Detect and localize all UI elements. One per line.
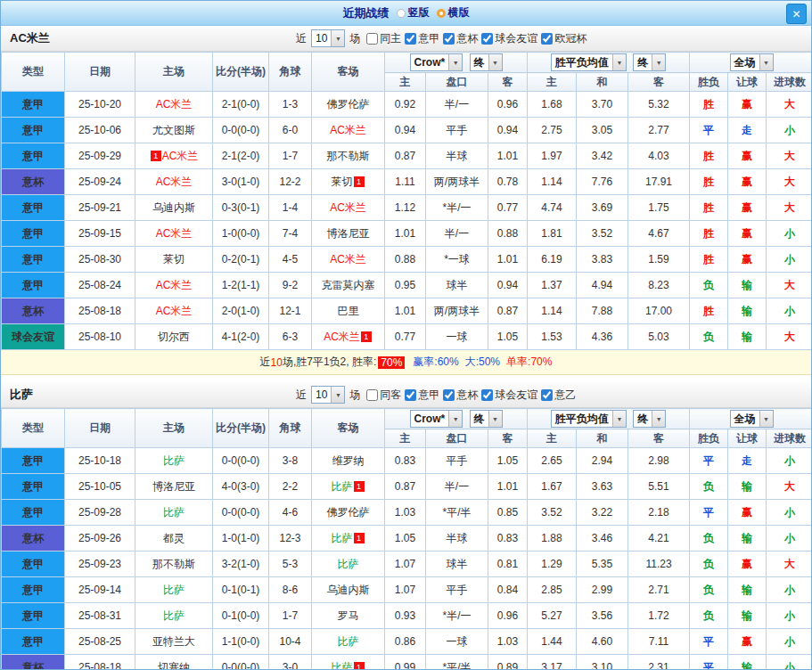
match-row: 意杯25-09-24AC米兰3-0(1-0)12-2莱切11.11两/两球半0.… [2, 169, 812, 195]
league-filter-serie-b[interactable]: 意乙 [541, 388, 576, 403]
avg-stage-value: 终 [634, 54, 652, 70]
league-filter-club-friendly[interactable]: 球会友谊 [481, 388, 537, 403]
close-button[interactable]: ✕ [786, 4, 807, 24]
radio-vertical-layout[interactable]: 竖版 [397, 5, 430, 20]
europe-draw-cell: 7.76 [577, 169, 628, 195]
league-filter-coppa-italia[interactable]: 意杯 [443, 388, 478, 403]
red-card-badge: 1 [354, 481, 365, 492]
league-filter-input[interactable] [541, 33, 553, 45]
record-summary: 近 10 场,胜7平1负2, 胜率: 70% 赢率:60% 大:50% 单率:7… [1, 350, 811, 375]
league-filter-serie-a[interactable]: 意甲 [405, 388, 439, 403]
odds-source-value: Crow* [411, 411, 449, 427]
team-name: 罗马 [338, 609, 359, 622]
team-name: 比萨 [338, 558, 359, 570]
league-filter-champions-league[interactable]: 欧冠杯 [541, 31, 586, 46]
team-name: AC米兰 [330, 201, 366, 214]
league-type-cell: 意甲 [2, 577, 65, 603]
big-rate: 大:50% [465, 355, 500, 370]
team-name: 乌迪内斯 [152, 201, 195, 214]
date-cell: 25-09-21 [65, 195, 135, 221]
same-home-checkbox[interactable]: 同主 [366, 31, 401, 46]
league-filter-club-friendly[interactable]: 球会友谊 [481, 31, 537, 46]
team-name: 比萨 [332, 480, 353, 493]
team-name: 那不勒斯 [327, 150, 370, 162]
col-header-type: 类型 [2, 409, 65, 448]
same-away-checkbox-input[interactable] [366, 389, 378, 401]
goals-result-cell: 大 [767, 143, 812, 169]
league-filter-input[interactable] [541, 389, 553, 401]
dropdown-arrow-icon: ▼ [488, 411, 502, 427]
odds-source-dropdown[interactable]: Crow* ▼ [410, 410, 463, 428]
wdl-cell: 胜 [690, 247, 728, 273]
asian-away-cell: 1.01 [488, 247, 528, 273]
away-team-cell: 博洛尼亚 [312, 221, 385, 247]
match-count-dropdown[interactable]: 10 ▼ [311, 386, 345, 404]
asian-home-cell: 1.12 [385, 195, 426, 221]
asian-away-cell: 0.96 [488, 603, 528, 629]
home-team-cell: AC米兰 [135, 92, 213, 118]
league-filter-serie-a[interactable]: 意甲 [405, 31, 439, 46]
europe-away-cell: 17.91 [628, 169, 690, 195]
europe-home-cell: 1.97 [528, 143, 577, 169]
team-name: 巴里 [338, 305, 359, 317]
asian-away-cell: 0.96 [488, 92, 528, 118]
asian-handicap-cell: *半/一 [426, 603, 488, 629]
match-row: 意甲25-09-23那不勒斯3-2(1-0)5-3比萨1.07球半0.811.2… [2, 552, 812, 577]
team-name: 切尔西 [158, 331, 190, 343]
scope-dropdown[interactable]: 全场 ▼ [730, 410, 774, 428]
corner-cell: 1-4 [269, 195, 312, 221]
corner-cell: 3-0 [269, 655, 312, 670]
date-cell: 25-10-06 [65, 118, 135, 143]
europe-home-cell: 1.29 [528, 552, 577, 577]
avg-stage-dropdown[interactable]: 终 ▼ [633, 53, 666, 71]
avg-odds-dropdown[interactable]: 胜平负均值 ▼ [551, 410, 627, 428]
europe-away-cell: 5.03 [628, 324, 690, 350]
league-type-cell: 意甲 [2, 273, 65, 298]
europe-draw-cell: 3.69 [577, 195, 628, 221]
league-filter-input[interactable] [481, 389, 493, 401]
date-cell: 25-09-24 [65, 169, 135, 195]
sub-header-handicap-result: 让球 [728, 429, 767, 448]
checkbox-label: 欧冠杯 [554, 31, 586, 46]
radio-horizontal-layout[interactable]: 横版 [437, 5, 470, 20]
europe-odds-group-header: 胜平负均值 ▼ 终 ▼ [528, 409, 690, 429]
away-team-cell: 比萨1 [312, 474, 385, 500]
home-team-cell: AC米兰 [135, 298, 213, 324]
league-filter-input[interactable] [405, 389, 416, 401]
odds-source-dropdown[interactable]: Crow* ▼ [410, 53, 463, 71]
league-type-cell: 意甲 [2, 221, 65, 247]
corner-cell: 8-6 [269, 577, 312, 603]
europe-draw-cell: 3.56 [577, 603, 628, 629]
goals-result-cell: 小 [767, 448, 812, 474]
away-team-cell: 莱切1 [312, 169, 385, 195]
asian-handicap-cell: 半球 [426, 143, 488, 169]
league-filter-input[interactable] [481, 33, 493, 45]
league-filter-input[interactable] [443, 33, 455, 45]
corner-cell: 4-6 [269, 500, 312, 526]
avg-odds-dropdown[interactable]: 胜平负均值 ▼ [551, 53, 627, 71]
radio-selected-icon [437, 9, 446, 18]
europe-draw-cell: 3.52 [577, 221, 628, 247]
europe-away-cell: 2.71 [628, 577, 690, 603]
asian-away-cell: 1.03 [488, 629, 528, 655]
scope-dropdown[interactable]: 全场 ▼ [730, 53, 774, 71]
avg-stage-dropdown[interactable]: 终 ▼ [633, 410, 666, 428]
same-home-checkbox-input[interactable] [366, 33, 378, 45]
league-filter-input[interactable] [405, 33, 416, 45]
match-count-dropdown[interactable]: 10 ▼ [311, 29, 345, 47]
odds-stage-dropdown[interactable]: 终 ▼ [470, 53, 503, 71]
odds-stage-dropdown[interactable]: 终 ▼ [470, 410, 503, 428]
col-header-corner: 角球 [269, 409, 312, 448]
goals-result-cell: 大 [767, 195, 812, 221]
asian-away-cell: 0.78 [488, 169, 528, 195]
asian-handicap-cell: 半/一 [426, 221, 488, 247]
league-filter-input[interactable] [443, 389, 455, 401]
asian-away-cell: 0.89 [488, 655, 528, 670]
wdl-cell: 平 [690, 655, 728, 670]
away-team-cell: 乌迪内斯 [312, 577, 385, 603]
home-team-cell: 尤文图斯 [135, 118, 213, 143]
league-filter-coppa-italia[interactable]: 意杯 [443, 31, 478, 46]
same-away-checkbox[interactable]: 同客 [366, 388, 401, 403]
handicap-result-cell: 赢 [728, 143, 767, 169]
league-type-cell: 球会友谊 [2, 324, 65, 350]
